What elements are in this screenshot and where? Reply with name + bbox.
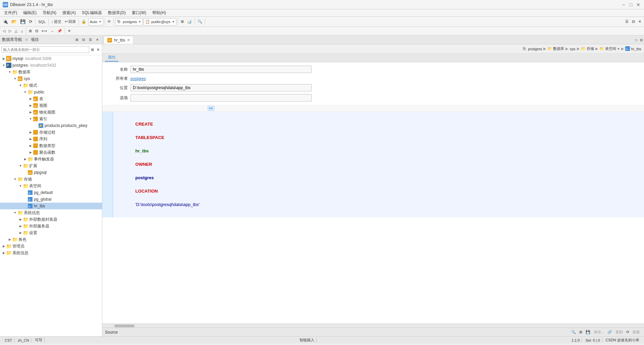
props-options-input[interactable] bbox=[130, 94, 312, 101]
tree-item-mysql[interactable]: ▶ M mysql - localhost:3306 bbox=[0, 55, 102, 62]
window-close-button[interactable]: ✕ bbox=[637, 18, 643, 26]
admins-toggle[interactable]: ▶ bbox=[1, 244, 6, 249]
close-button[interactable]: ✕ bbox=[635, 2, 641, 8]
sidebar-search-filter-button[interactable]: ⊞ bbox=[90, 46, 95, 54]
indexes-toggle[interactable]: ▼ bbox=[28, 117, 33, 121]
tx-mode-button[interactable]: 🔒 bbox=[80, 18, 88, 26]
rollback-button[interactable]: ↩ 回滚 bbox=[63, 18, 77, 26]
copy-db-button[interactable]: ⊞ bbox=[179, 18, 185, 26]
tree-item-stored-procs[interactable]: ▶ 存储过程 bbox=[0, 129, 102, 136]
refresh-button[interactable]: ⟳ bbox=[28, 18, 34, 26]
filter-button[interactable]: ⊞ bbox=[28, 27, 33, 35]
tree-item-storage[interactable]: ▼ 📁 存储 bbox=[0, 176, 102, 183]
menu-search[interactable]: 搜索(A) bbox=[60, 9, 78, 16]
sequences-toggle[interactable]: ▶ bbox=[28, 137, 33, 141]
tree-action-button[interactable]: → bbox=[49, 27, 55, 35]
props-owner-value[interactable]: postgres bbox=[130, 76, 146, 81]
tree-item-indexes[interactable]: ▼ ix 索引 bbox=[0, 116, 102, 122]
sql-button[interactable]: SQL bbox=[37, 18, 47, 26]
tree-item-fdw[interactable]: ▶ 📁 外部数据封装器 bbox=[0, 216, 102, 223]
tree-item-sequences[interactable]: ▶ 序列 bbox=[0, 136, 102, 142]
tree-item-data-types[interactable]: ▶ 数据类型 bbox=[0, 142, 102, 149]
panel-toggle-button[interactable]: ⊟ bbox=[631, 18, 636, 26]
save-button[interactable]: 💾 bbox=[19, 18, 27, 26]
fold-indicator[interactable]: ▾▾ bbox=[208, 106, 214, 111]
tablespace-bc-arrow[interactable]: ▼ bbox=[617, 47, 620, 51]
tree-item-schemas[interactable]: ▼ 📁 模式 bbox=[0, 82, 102, 89]
monitor-button[interactable]: 📊 bbox=[186, 18, 193, 26]
tree-item-matviews[interactable]: ▶ mv 物化视图 bbox=[0, 109, 102, 116]
tree-item-settings[interactable]: ▶ 📁 设置 bbox=[0, 229, 102, 236]
view-toggle-button[interactable]: ☰ bbox=[624, 18, 630, 26]
menu-database[interactable]: 数据库(D) bbox=[105, 9, 128, 16]
tree-item-views[interactable]: ▶ vw 视图 bbox=[0, 102, 102, 109]
tree-item-agg-funcs[interactable]: ▶ 聚合函数 bbox=[0, 149, 102, 156]
sidebar-search-input[interactable] bbox=[1, 46, 89, 53]
menu-sql-editor[interactable]: SQL编辑器 bbox=[79, 9, 105, 16]
tree-item-roles[interactable]: ▶ 📁 角色 bbox=[0, 236, 102, 243]
tree-item-sys-info[interactable]: ▼ 📁 系统信息 bbox=[0, 209, 102, 216]
search-in-source-button[interactable]: 🔍 bbox=[570, 328, 577, 336]
matviews-toggle[interactable]: ▶ bbox=[28, 110, 33, 115]
sysinfo-root-toggle[interactable]: ▶ bbox=[1, 251, 6, 255]
tab-max-button[interactable]: □ bbox=[634, 36, 639, 44]
menu-file[interactable]: 文件(F) bbox=[1, 9, 20, 16]
views-toggle[interactable]: ▶ bbox=[28, 103, 33, 108]
tree-item-sysinfo-root[interactable]: ▶ 📁 系统信息 bbox=[0, 250, 102, 256]
tree-item-databases[interactable]: ▼ 📁 数据库 bbox=[0, 69, 102, 75]
tree-item-extensions[interactable]: ▼ 📁 扩展 bbox=[0, 162, 102, 169]
tab-restore-button[interactable]: ⊟ bbox=[639, 36, 644, 44]
search-global-button[interactable]: 🔍 bbox=[196, 18, 204, 26]
data-types-toggle[interactable]: ▶ bbox=[28, 143, 33, 148]
props-tab-attributes[interactable]: 属性 bbox=[105, 54, 118, 62]
auto-commit-dropdown[interactable]: Auto ▼ bbox=[88, 18, 104, 25]
open-button[interactable]: 📂 bbox=[10, 18, 18, 26]
refresh-source-button[interactable]: ⟳ bbox=[625, 328, 631, 336]
sidebar-projects-tab[interactable]: 项目 bbox=[31, 37, 39, 43]
sidebar-collapse-button[interactable]: ⊟ bbox=[81, 36, 86, 44]
tree-link-button[interactable]: ⟷ bbox=[40, 27, 48, 35]
save-source-button[interactable]: 💾 bbox=[584, 328, 592, 336]
triggers-toggle[interactable]: ▶ bbox=[23, 157, 28, 161]
agg-funcs-toggle[interactable]: ▶ bbox=[28, 150, 33, 155]
postgres-dropdown[interactable]: 🐘 postgres ▼ bbox=[115, 18, 143, 25]
props-location-input[interactable] bbox=[130, 84, 312, 91]
tree-item-plpgsql[interactable]: ▶ ext plpgsql bbox=[0, 169, 102, 176]
breadcrumb-cps[interactable]: cps bbox=[570, 47, 575, 51]
tree-item-cps[interactable]: ▼ db cps bbox=[0, 75, 102, 82]
mysql-toggle[interactable]: ▶ bbox=[1, 56, 6, 61]
hscroll-thumb[interactable] bbox=[114, 325, 135, 327]
postgres-toggle[interactable]: ▼ bbox=[1, 63, 6, 68]
sidebar-close2-button[interactable]: ✕ bbox=[95, 36, 100, 44]
public-toggle[interactable]: ▼ bbox=[23, 90, 28, 94]
extensions-toggle[interactable]: ▼ bbox=[18, 163, 23, 168]
sidebar-search-close-button[interactable]: ✕ bbox=[96, 46, 101, 54]
breadcrumb-database[interactable]: 📁 数据库 bbox=[547, 46, 564, 51]
submit-button[interactable]: ↑ 提交 bbox=[50, 18, 63, 26]
cps-toggle[interactable]: ▼ bbox=[13, 76, 17, 81]
nav-back-button[interactable]: ◁ bbox=[1, 27, 7, 35]
storage-toggle[interactable]: ▼ bbox=[13, 177, 17, 182]
nav-forward-button[interactable]: ▷ bbox=[7, 27, 13, 35]
breadcrumb-hr-tbs[interactable]: ts hr_tbs bbox=[625, 46, 641, 52]
copy-source-button[interactable]: ⊞ bbox=[578, 328, 584, 336]
menu-nav[interactable]: 导航(N) bbox=[40, 9, 59, 16]
nav-up-button[interactable]: △ bbox=[13, 27, 19, 35]
breadcrumb-storage[interactable]: 📁 存储 bbox=[581, 46, 594, 51]
tablespaces-toggle[interactable]: ▼ bbox=[18, 184, 23, 188]
tree-item-pg-global[interactable]: ▶ ts pg_global bbox=[0, 196, 102, 203]
breadcrumb-tablespace[interactable]: 📁 表空间 ▼ bbox=[599, 46, 620, 51]
new-connection-button[interactable]: 🔌 bbox=[1, 18, 9, 26]
copy-link-button[interactable]: 🔗 bbox=[606, 328, 613, 336]
tree-item-public[interactable]: ▼ 📁 public bbox=[0, 89, 102, 95]
refresh2-button[interactable]: ⟳ bbox=[106, 18, 112, 26]
sidebar-filter-button[interactable]: ⊞ bbox=[74, 36, 79, 44]
maximize-button[interactable]: □ bbox=[628, 2, 634, 8]
tab-close-button[interactable]: ✕ bbox=[127, 38, 130, 42]
sys-info-toggle[interactable]: ▼ bbox=[13, 210, 17, 215]
menu-window[interactable]: 窗口(W) bbox=[129, 9, 149, 16]
tree-item-tables[interactable]: ▶ tb 表 bbox=[0, 95, 102, 102]
hr-tbs-tab[interactable]: ts hr_tbs ✕ bbox=[104, 36, 133, 44]
nav-home-button[interactable]: ⌂ bbox=[19, 27, 24, 35]
tree-item-pg-default[interactable]: ▶ ts pg_default bbox=[0, 189, 102, 196]
